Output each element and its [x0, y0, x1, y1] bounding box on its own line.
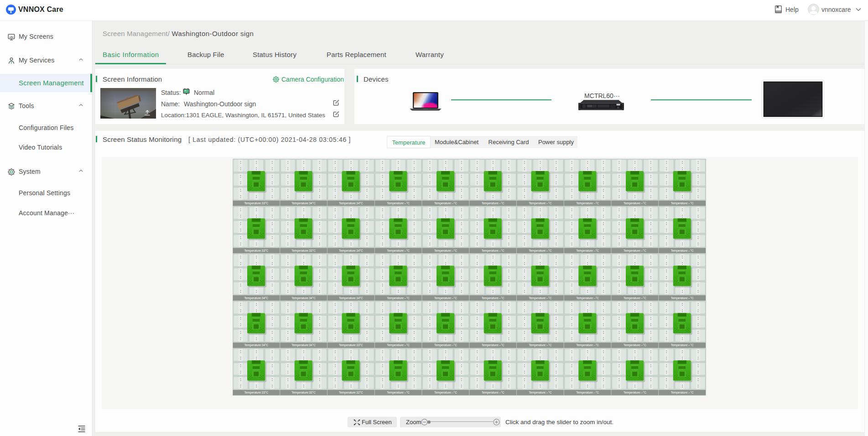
svg-text:Temperature:--°C: Temperature:--°C: [434, 343, 457, 347]
svg-text:Temperature:--°C: Temperature:--°C: [576, 249, 599, 253]
svg-text:Temperature:--°C: Temperature:--°C: [671, 202, 694, 205]
svg-text:Temperature:--°C: Temperature:--°C: [576, 343, 599, 347]
svg-text:Temperature:--°C: Temperature:--°C: [482, 202, 504, 205]
svg-text:Temperature:--°C: Temperature:--°C: [624, 249, 646, 253]
svg-text:Temperature:--°C: Temperature:--°C: [387, 202, 410, 205]
svg-text:Temperature:--°C: Temperature:--°C: [482, 296, 504, 300]
svg-text:Temperature:--°C: Temperature:--°C: [387, 391, 410, 394]
svg-text:Temperature:34°C: Temperature:34°C: [339, 249, 363, 253]
svg-text:Temperature:34°C: Temperature:34°C: [291, 296, 316, 300]
svg-text:Temperature:33°C: Temperature:33°C: [339, 343, 363, 347]
svg-text:Temperature:--°C: Temperature:--°C: [529, 296, 551, 300]
svg-text:Temperature:--°C: Temperature:--°C: [529, 343, 551, 347]
svg-text:Temperature:--°C: Temperature:--°C: [576, 202, 599, 205]
svg-text:Temperature:--°C: Temperature:--°C: [434, 296, 457, 300]
svg-text:Temperature:--°C: Temperature:--°C: [624, 202, 646, 205]
svg-text:Temperature:33°C: Temperature:33°C: [244, 202, 268, 205]
svg-text:Temperature:--°C: Temperature:--°C: [529, 202, 551, 205]
svg-text:Temperature:--°C: Temperature:--°C: [529, 391, 551, 394]
svg-text:Temperature:--°C: Temperature:--°C: [482, 391, 504, 394]
svg-text:Temperature:--°C: Temperature:--°C: [434, 391, 457, 394]
svg-text:Temperature:--°C: Temperature:--°C: [576, 296, 599, 300]
svg-text:Temperature:--°C: Temperature:--°C: [387, 296, 410, 300]
svg-text:Temperature:--°C: Temperature:--°C: [624, 343, 646, 347]
svg-text:Temperature:34°C: Temperature:34°C: [291, 343, 316, 347]
svg-text:Temperature:--°C: Temperature:--°C: [576, 391, 599, 394]
svg-text:Temperature:33°C: Temperature:33°C: [244, 391, 268, 394]
svg-text:Temperature:--°C: Temperature:--°C: [434, 202, 457, 205]
svg-text:Temperature:--°C: Temperature:--°C: [482, 249, 504, 253]
svg-text:Temperature:--°C: Temperature:--°C: [671, 249, 694, 253]
svg-text:Temperature:--°C: Temperature:--°C: [434, 249, 457, 253]
svg-text:Temperature:--°C: Temperature:--°C: [624, 296, 646, 300]
svg-text:Temperature:--°C: Temperature:--°C: [529, 249, 551, 253]
svg-text:Temperature:--°C: Temperature:--°C: [671, 296, 694, 300]
svg-text:Temperature:33°C: Temperature:33°C: [244, 249, 268, 253]
svg-text:Temperature:34°C: Temperature:34°C: [339, 296, 363, 300]
svg-text:Temperature:32°C: Temperature:32°C: [339, 391, 363, 394]
svg-text:Temperature:--°C: Temperature:--°C: [624, 391, 646, 394]
svg-text:Temperature:--°C: Temperature:--°C: [387, 343, 410, 347]
svg-text:Temperature:34°C: Temperature:34°C: [339, 202, 363, 205]
svg-text:Temperature:34°C: Temperature:34°C: [291, 202, 316, 205]
svg-text:Temperature:--°C: Temperature:--°C: [671, 391, 694, 394]
svg-text:Temperature:--°C: Temperature:--°C: [387, 249, 410, 253]
svg-text:Temperature:--°C: Temperature:--°C: [671, 343, 694, 347]
svg-text:Temperature:34°C: Temperature:34°C: [244, 343, 268, 347]
svg-text:Temperature:33°C: Temperature:33°C: [291, 391, 316, 394]
svg-text:Temperature:34°C: Temperature:34°C: [244, 296, 268, 300]
svg-text:Temperature:33°C: Temperature:33°C: [291, 249, 316, 253]
svg-text:Temperature:--°C: Temperature:--°C: [482, 343, 504, 347]
